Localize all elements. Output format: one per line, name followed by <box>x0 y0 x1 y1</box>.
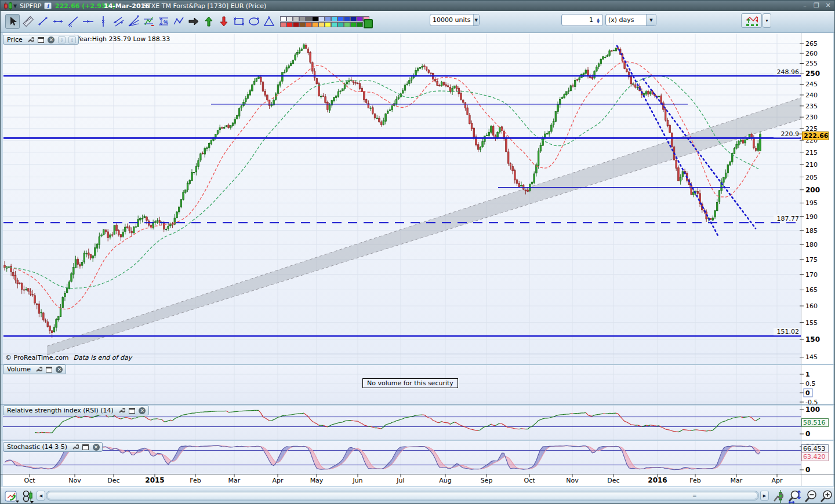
detach-window-icon[interactable] <box>128 407 136 414</box>
info-icon[interactable]: i <box>44 2 52 9</box>
close-panel-icon[interactable]: ✕ <box>47 36 56 43</box>
color-swatch[interactable] <box>344 22 350 27</box>
scroll-left-button[interactable]: ◀ <box>37 491 45 501</box>
tool-segment[interactable] <box>35 14 50 29</box>
tool-fan-lines[interactable] <box>126 14 140 29</box>
tool-arrow-right[interactable] <box>186 14 201 29</box>
color-swatch[interactable] <box>306 16 312 21</box>
color-swatch[interactable] <box>357 16 363 21</box>
color-swatch[interactable] <box>312 22 318 27</box>
color-swatch[interactable] <box>312 16 318 21</box>
color-swatch[interactable] <box>331 22 337 27</box>
share-chart-button[interactable] <box>4 489 20 503</box>
chart-options-button[interactable] <box>772 489 785 503</box>
color-swatch[interactable] <box>318 22 325 27</box>
color-swatch[interactable] <box>280 16 286 21</box>
color-swatch[interactable] <box>357 22 363 27</box>
close-icon[interactable]: ✕ <box>824 2 832 9</box>
close-panel-icon[interactable]: ✕ <box>92 443 100 451</box>
wrench-candle-icon <box>773 490 785 503</box>
color-swatch[interactable] <box>337 22 344 27</box>
bars-spinner[interactable]: 1 ▲▼ <box>561 14 603 26</box>
color-swatch[interactable] <box>293 16 299 21</box>
color-swatch[interactable] <box>280 22 286 27</box>
spinner-down-icon[interactable]: ▼ <box>597 20 600 23</box>
chevron-down-icon[interactable]: ▼ <box>646 14 656 25</box>
color-swatch[interactable] <box>325 16 331 21</box>
tool-ellipse[interactable] <box>246 14 261 29</box>
color-swatch[interactable] <box>350 16 357 21</box>
color-swatch[interactable] <box>293 22 299 27</box>
chevron-down-icon[interactable]: ▼ <box>473 14 479 25</box>
detach-window-icon[interactable] <box>45 366 53 373</box>
tool-rectangle[interactable] <box>231 14 246 29</box>
color-swatch[interactable] <box>331 16 337 21</box>
close-panel-icon[interactable]: ✕ <box>138 407 147 414</box>
scroll-right-button[interactable]: ▶ <box>760 491 769 501</box>
color-swatch[interactable] <box>299 22 306 27</box>
tool-vertical-line[interactable] <box>96 14 110 29</box>
tool-arrow-up[interactable] <box>201 14 216 29</box>
svg-text:265: 265 <box>805 40 818 48</box>
data-note: Data is end of day <box>74 354 132 361</box>
svg-text:Nov: Nov <box>566 477 579 484</box>
chart-style-dropdown[interactable]: ▼ <box>763 13 771 28</box>
tool-channel[interactable] <box>111 14 125 29</box>
color-swatch[interactable] <box>344 16 350 21</box>
svg-text:Apr: Apr <box>272 477 284 484</box>
svg-text:185: 185 <box>805 227 818 235</box>
arrow-right-icon <box>187 15 200 28</box>
zoom-fit-button[interactable] <box>787 489 802 503</box>
zoom-in-button[interactable] <box>819 489 833 503</box>
wrench-icon[interactable] <box>26 36 35 43</box>
color-swatch[interactable] <box>337 16 344 21</box>
color-swatch[interactable] <box>325 22 331 27</box>
tool-zigzag[interactable] <box>171 14 186 29</box>
svg-text:0: 0 <box>805 466 810 474</box>
tool-select[interactable] <box>5 14 20 29</box>
scrollbar-thumb[interactable]: ≡ <box>47 492 758 499</box>
restore-icon[interactable]: ❐ <box>812 2 821 9</box>
chart-canvas[interactable]: 248.96220.9187.77151.0214515015516016517… <box>1 33 835 486</box>
units-dropdown[interactable]: 10000 units ▼ <box>430 14 480 26</box>
move-panel-down-icon[interactable]: ⇩ <box>57 36 66 43</box>
wrench-icon[interactable] <box>71 443 79 451</box>
svg-text:%: % <box>164 19 168 25</box>
tool-triangle[interactable] <box>262 14 276 29</box>
color-swatch[interactable] <box>286 16 293 21</box>
color-swatch[interactable] <box>318 16 325 21</box>
symbol-dropdown-icon[interactable]: ▼ <box>13 3 17 9</box>
svg-text:0: 0 <box>805 389 810 397</box>
minimize-icon[interactable]: – <box>801 2 809 9</box>
tool-trend-line[interactable] <box>66 14 80 29</box>
color-swatch[interactable] <box>286 22 293 27</box>
detach-window-icon[interactable] <box>37 36 45 43</box>
wrench-icon[interactable] <box>34 366 43 373</box>
horizontal-segment-icon <box>52 15 64 28</box>
segment-icon <box>37 15 49 28</box>
prorealtime-chart-window: ▼ SIPFRP i 222.66 (+2.93%) 14-Mar-2016 S… <box>0 0 835 504</box>
tool-percent-scale[interactable]: % <box>156 14 170 29</box>
detach-window-icon[interactable] <box>81 443 90 451</box>
close-panel-icon[interactable]: ✕ <box>55 366 64 373</box>
tool-retracement[interactable] <box>141 14 155 29</box>
svg-text:180: 180 <box>805 241 818 249</box>
tool-ruler[interactable] <box>20 14 35 29</box>
bottom-toolbar: ◀ ≡ ▶ <box>1 487 835 504</box>
chart-style-button[interactable] <box>741 13 762 28</box>
tool-arrow-down[interactable] <box>216 14 231 29</box>
move-panel-up-icon[interactable]: ⇧ <box>68 36 77 43</box>
period-dropdown[interactable]: (x) days ▼ <box>605 14 656 26</box>
chart-scrollbar[interactable]: ≡ <box>46 491 759 501</box>
selected-color-swatch[interactable] <box>364 19 373 28</box>
wrench-icon[interactable] <box>117 407 126 414</box>
tool-horizontal-line[interactable] <box>81 14 95 29</box>
tool-horizontal-segment[interactable] <box>50 14 65 29</box>
retracement-icon <box>142 15 155 28</box>
zoom-out-button[interactable] <box>804 489 818 503</box>
svg-text:175: 175 <box>805 256 818 264</box>
chart-link-button[interactable] <box>21 489 35 503</box>
color-swatch[interactable] <box>350 22 357 27</box>
color-swatch[interactable] <box>306 22 312 27</box>
color-swatch[interactable] <box>299 16 306 21</box>
